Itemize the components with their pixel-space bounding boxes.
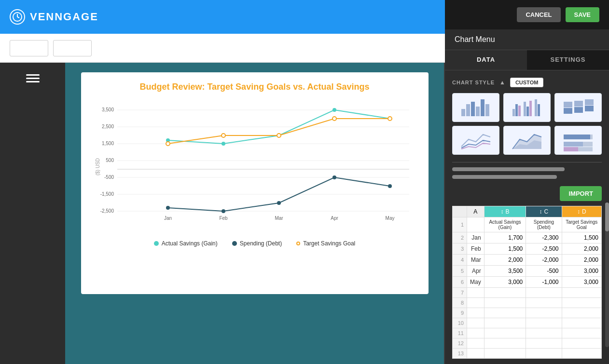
- cell-b[interactable]: 1,700: [484, 232, 526, 243]
- cell-d[interactable]: [562, 298, 601, 308]
- svg-rect-46: [515, 104, 518, 116]
- cell-c[interactable]: -1,000: [526, 277, 562, 288]
- cancel-button[interactable]: CANCEL: [517, 7, 560, 22]
- cell-b[interactable]: [484, 349, 526, 359]
- svg-rect-62: [564, 142, 583, 147]
- cell-b[interactable]: [484, 288, 526, 298]
- svg-text:-1,500: -1,500: [100, 191, 114, 197]
- cell-d[interactable]: 2,000: [562, 255, 601, 266]
- svg-rect-40: [466, 104, 470, 116]
- cell-b[interactable]: 1,500: [484, 243, 526, 255]
- cell-d[interactable]: [562, 318, 601, 328]
- cell-c[interactable]: Spending (Debt): [526, 217, 562, 232]
- cell-b[interactable]: [484, 318, 526, 328]
- cell-d[interactable]: [562, 288, 601, 298]
- cell-a[interactable]: [467, 217, 484, 232]
- cell-b[interactable]: 3,000: [484, 277, 526, 288]
- cell-c[interactable]: [526, 349, 562, 359]
- cell-a[interactable]: [467, 318, 484, 328]
- cell-b[interactable]: 2,000: [484, 255, 526, 266]
- cell-a[interactable]: May: [467, 277, 484, 288]
- svg-text:May: May: [385, 216, 394, 221]
- cell-c[interactable]: [526, 298, 562, 308]
- cell-b[interactable]: [484, 298, 526, 308]
- cell-d[interactable]: 2,000: [562, 243, 601, 255]
- cell-d[interactable]: [562, 349, 601, 359]
- panel-tabs: DATA SETTINGS: [445, 50, 609, 70]
- cell-b[interactable]: [484, 338, 526, 349]
- svg-rect-57: [585, 99, 594, 105]
- cell-a[interactable]: [467, 349, 484, 359]
- tab-settings[interactable]: SETTINGS: [527, 50, 609, 70]
- cell-c[interactable]: -2,000: [526, 255, 562, 266]
- svg-text:500: 500: [106, 158, 114, 163]
- cell-a[interactable]: Mar: [467, 255, 484, 266]
- chart-type-1[interactable]: [452, 93, 499, 122]
- cell-a[interactable]: [467, 308, 484, 318]
- cell-b[interactable]: 3,500: [484, 266, 526, 277]
- cell-d[interactable]: [562, 308, 601, 318]
- slider-2[interactable]: [452, 175, 557, 179]
- cell-d[interactable]: [562, 328, 601, 338]
- cell-a[interactable]: Apr: [467, 266, 484, 277]
- cell-d[interactable]: 3,000: [562, 266, 601, 277]
- cell-d[interactable]: [562, 338, 601, 349]
- slider-1[interactable]: [452, 167, 565, 171]
- svg-point-38: [388, 117, 392, 121]
- chart-type-5[interactable]: [503, 126, 551, 155]
- chart-types-grid: [452, 93, 602, 155]
- cell-a[interactable]: Feb: [467, 243, 484, 255]
- cell-a[interactable]: Jan: [467, 232, 484, 243]
- scrollbar-thumb[interactable]: [605, 202, 609, 231]
- tab-data[interactable]: DATA: [445, 50, 527, 70]
- toolbar-btn-2[interactable]: [53, 40, 92, 56]
- cell-b[interactable]: Actual Savings (Gain): [484, 217, 526, 232]
- import-button[interactable]: IMPORT: [560, 186, 602, 201]
- table-row: 9: [453, 308, 602, 318]
- hamburger-menu-icon[interactable]: [26, 72, 40, 84]
- cell-a[interactable]: [467, 328, 484, 338]
- row-number: 12: [453, 338, 467, 349]
- row-number: 1: [453, 217, 467, 232]
- chart-type-6[interactable]: [554, 126, 602, 155]
- panel-buttons: CANCEL SAVE: [517, 7, 599, 22]
- cell-c[interactable]: -2,500: [526, 243, 562, 255]
- svg-rect-49: [526, 107, 529, 116]
- cell-c[interactable]: [526, 338, 562, 349]
- cell-d[interactable]: Target Savings Goal: [562, 217, 601, 232]
- svg-rect-64: [564, 135, 590, 139]
- chart-type-2[interactable]: [503, 93, 551, 122]
- scrollbar-track[interactable]: [605, 202, 609, 347]
- cell-b[interactable]: [484, 308, 526, 318]
- chart-type-4[interactable]: [452, 126, 499, 155]
- cell-a[interactable]: [467, 288, 484, 298]
- col-header-d[interactable]: ↕D: [562, 206, 601, 217]
- cell-c[interactable]: [526, 308, 562, 318]
- legend-label-actual: Actual Savings (Gain): [162, 240, 218, 247]
- cell-d[interactable]: 1,500: [562, 232, 601, 243]
- cell-a[interactable]: [467, 338, 484, 349]
- toolbar-btn-1[interactable]: [10, 40, 48, 56]
- custom-badge[interactable]: CUSTOM: [510, 78, 543, 87]
- save-button[interactable]: SAVE: [566, 7, 599, 22]
- svg-rect-50: [529, 101, 532, 116]
- cell-c[interactable]: [526, 318, 562, 328]
- col-header-b[interactable]: ↕B: [484, 206, 526, 217]
- cell-c[interactable]: -2,300: [526, 232, 562, 243]
- cell-d[interactable]: 3,000: [562, 277, 601, 288]
- svg-text:Feb: Feb: [219, 216, 228, 221]
- chart-type-3[interactable]: [554, 93, 602, 122]
- table-row: 4Mar2,000-2,0002,000: [453, 255, 602, 266]
- cell-a[interactable]: [467, 298, 484, 308]
- svg-rect-41: [471, 102, 475, 116]
- panel-title: Chart Menu: [445, 29, 609, 50]
- chart-style-row: CHART STYLE ▲ CUSTOM: [452, 78, 602, 87]
- cell-c[interactable]: -500: [526, 266, 562, 277]
- cell-b[interactable]: [484, 328, 526, 338]
- data-table: A ↕B ↕C ↕D: [452, 206, 602, 359]
- col-header-c[interactable]: ↕C: [526, 206, 562, 217]
- cell-c[interactable]: [526, 328, 562, 338]
- table-row: 5Apr3,500-5003,000: [453, 266, 602, 277]
- cell-c[interactable]: [526, 288, 562, 298]
- chart-svg: 3,500 2,500 1,500 500 -500 -1,500 -2,500…: [96, 99, 414, 234]
